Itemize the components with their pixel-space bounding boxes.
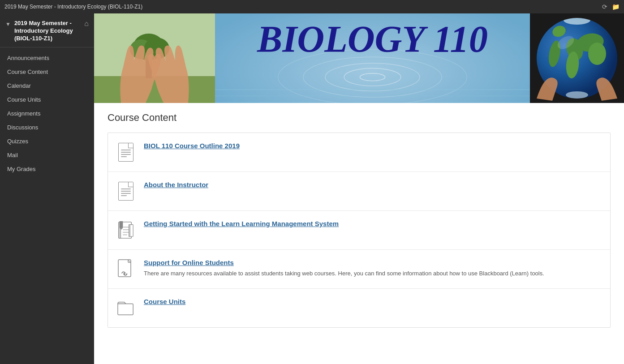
course-expand-icon[interactable]: ▼ [5,21,11,27]
sidebar-nav: Announcements Course Content Calendar Co… [0,47,94,180]
content-icon-about-instructor [117,181,135,201]
history-icon[interactable]: ⟳ [602,3,607,10]
content-item-biol-outline: BIOL 110 Course Outline 2019 [108,133,610,172]
sidebar-course-header: ▼ 2019 May Semester - Introductory Ecolo… [0,13,94,47]
page-content: Course Content [94,103,624,337]
hero-panel-left [94,13,215,103]
hero-panel-middle: BIOLOGY 110 [215,13,530,103]
sidebar-item-my-grades[interactable]: My Grades [0,162,94,176]
sidebar-item-quizzes[interactable]: Quizzes [0,134,94,148]
content-list: BIOL 110 Course Outline 2019 [108,133,611,328]
top-bar-icons: ⟳ 📁 [602,3,620,10]
document-icon [118,143,133,162]
svg-text:BIOLOGY 110: BIOLOGY 110 [257,18,488,60]
document-icon-2 [118,182,133,201]
biol-outline-link[interactable]: BIOL 110 Course Outline 2019 [144,142,601,150]
home-icon[interactable]: ⌂ [84,20,89,28]
sidebar-item-discussions[interactable]: Discussions [0,120,94,134]
about-instructor-link[interactable]: About the Instructor [144,181,601,188]
content-item-body-biol-outline: BIOL 110 Course Outline 2019 [144,142,601,152]
sidebar: ▼ 2019 May Semester - Introductory Ecolo… [0,13,94,364]
content-item-body-course-units: Course Units [144,298,601,308]
svg-point-21 [588,43,606,65]
support-online-desc: There are many resources available to as… [144,269,601,278]
svg-point-24 [564,16,590,25]
sidebar-item-mail[interactable]: Mail [0,148,94,162]
content-item-body-support-online: Support for Online Students There are ma… [144,259,601,278]
doc-link-icon [117,259,134,279]
sidebar-item-calendar[interactable]: Calendar [0,79,94,93]
getting-started-link[interactable]: Getting Started with the Learn Learning … [144,220,601,227]
page-title: Course Content [108,112,611,124]
svg-rect-29 [120,221,123,228]
sidebar-item-course-units[interactable]: Course Units [0,93,94,107]
course-units-link[interactable]: Course Units [144,298,601,305]
hero-banner: BIOLOGY 110 [94,13,624,103]
book-icon [117,220,135,240]
sidebar-course-title: 2019 May Semester - Introductory Ecology… [14,20,81,43]
top-bar-title: 2019 May Semester - Introductory Ecology… [4,4,602,10]
content-item-course-units: Course Units [108,289,610,327]
sidebar-item-course-content[interactable]: Course Content [0,65,94,79]
svg-point-25 [566,91,588,98]
content-area: BIOLOGY 110 [94,13,624,364]
main-layout: ▼ 2019 May Semester - Introductory Ecolo… [0,13,624,364]
content-icon-support-online [117,259,135,279]
folder-icon[interactable]: 📁 [612,3,620,10]
svg-rect-1 [94,76,215,103]
content-item-getting-started: Getting Started with the Learn Learning … [108,211,610,250]
content-icon-course-units [117,298,135,318]
content-item-body-about-instructor: About the Instructor [144,181,601,191]
folder-icon [117,299,135,317]
svg-rect-36 [129,225,130,237]
sidebar-item-announcements[interactable]: Announcements [0,51,94,65]
content-item-support-online: Support for Online Students There are ma… [108,250,610,289]
content-item-about-instructor: About the Instructor [108,172,610,211]
svg-rect-39 [118,304,133,315]
sidebar-item-assignments[interactable]: Assignments [0,107,94,120]
content-icon-biol-outline [117,142,135,163]
hero-panel-right [530,13,624,103]
content-item-body-getting-started: Getting Started with the Learn Learning … [144,220,601,230]
top-bar: 2019 May Semester - Introductory Ecology… [0,0,624,13]
content-icon-getting-started [117,220,135,240]
support-online-link[interactable]: Support for Online Students [144,259,601,266]
